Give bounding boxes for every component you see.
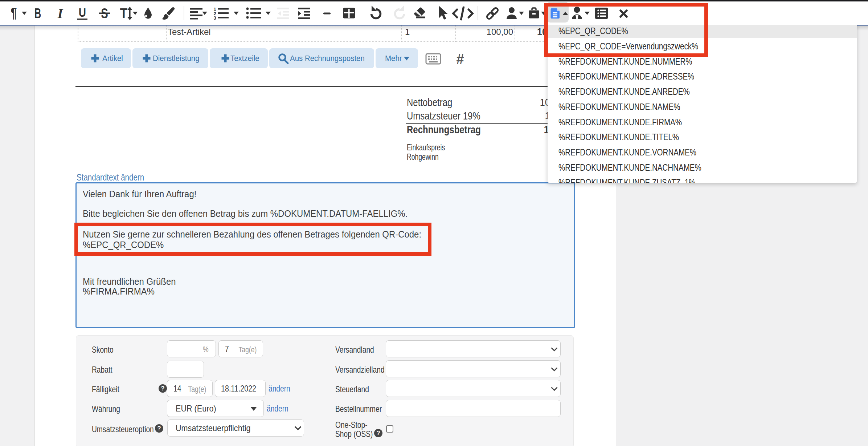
svg-text:¶: ¶: [11, 5, 17, 21]
svg-text:I: I: [57, 6, 64, 21]
svg-text:U: U: [79, 6, 86, 19]
svg-text:3: 3: [213, 15, 216, 21]
svg-text:#: #: [456, 52, 464, 67]
svg-text:T: T: [120, 5, 128, 20]
svg-text:B: B: [34, 5, 41, 21]
